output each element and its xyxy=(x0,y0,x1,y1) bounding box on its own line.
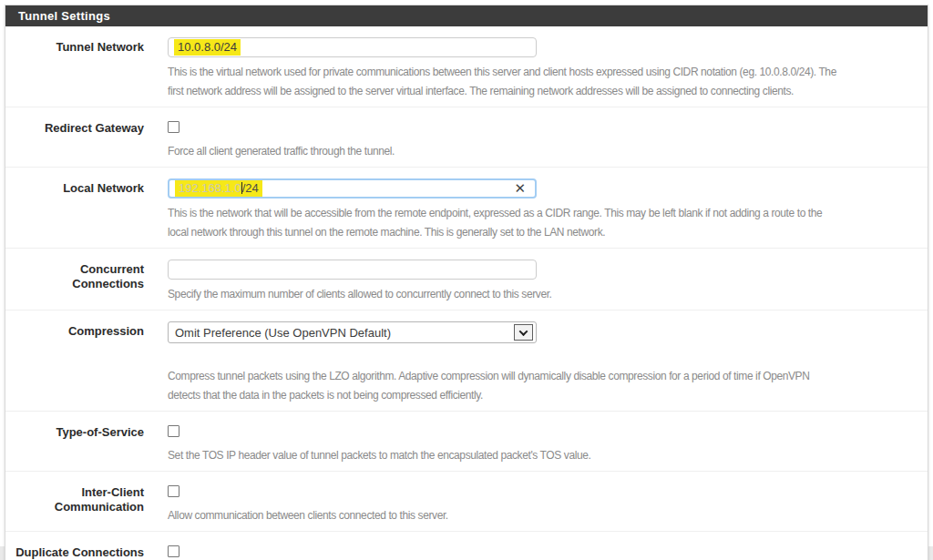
concurrent-connections-label: Concurrent Connections xyxy=(9,260,144,304)
redirect-gateway-help: Force all client generated traffic throu… xyxy=(168,142,918,161)
tunnel-settings-panel: Tunnel Settings Tunnel Network 10.0.8.0/… xyxy=(5,5,928,560)
inter-client-communication-help: Allow communication between clients conn… xyxy=(168,506,918,525)
clear-input-icon[interactable]: ✕ xyxy=(514,181,526,195)
compression-label: Compression xyxy=(9,321,144,405)
chevron-down-icon xyxy=(519,327,528,336)
tunnel-network-value: 10.0.8.0/24 xyxy=(174,39,241,56)
row-tunnel-network: Tunnel Network 10.0.8.0/24 This is the v… xyxy=(5,26,928,107)
local-network-value-muted: 192.168.1.0 xyxy=(179,181,241,195)
compression-select[interactable]: Omit Preference (Use OpenVPN Default) xyxy=(168,321,537,343)
row-redirect-gateway: Redirect Gateway Force all client genera… xyxy=(5,107,928,168)
select-arrow-button[interactable] xyxy=(514,324,533,341)
local-network-help: This is the network that will be accessi… xyxy=(168,204,918,242)
duplicate-connections-label: Duplicate Connections xyxy=(9,543,144,560)
panel-title: Tunnel Settings xyxy=(5,5,928,26)
compression-selected-value: Omit Preference (Use OpenVPN Default) xyxy=(175,326,391,340)
row-compression: Compression Omit Preference (Use OpenVPN… xyxy=(5,311,928,412)
compression-help: Compress tunnel packets using the LZO al… xyxy=(168,367,918,405)
concurrent-connections-help: Specify the maximum number of clients al… xyxy=(168,285,918,304)
row-inter-client-communication: Inter-Client Communication Allow communi… xyxy=(5,472,928,532)
inter-client-communication-label: Inter-Client Communication xyxy=(9,483,144,525)
local-network-value-suffix: /24 xyxy=(242,181,259,195)
row-duplicate-connections: Duplicate Connections Allow multiple con… xyxy=(5,532,928,560)
redirect-gateway-checkbox[interactable] xyxy=(168,121,179,133)
tunnel-network-label: Tunnel Network xyxy=(9,37,144,101)
tunnel-network-help: This is the virtual network used for pri… xyxy=(168,63,918,101)
duplicate-connections-checkbox[interactable] xyxy=(168,545,179,557)
redirect-gateway-label: Redirect Gateway xyxy=(9,118,144,161)
tunnel-network-input[interactable]: 10.0.8.0/24 xyxy=(168,37,537,57)
local-network-label: Local Network xyxy=(9,178,144,242)
local-network-input[interactable]: 192.168.1.0/24 ✕ xyxy=(168,178,537,199)
row-concurrent-connections: Concurrent Connections Specify the maxim… xyxy=(5,249,928,311)
inter-client-communication-checkbox[interactable] xyxy=(168,485,179,497)
row-type-of-service: Type-of-Service Set the TOS IP header va… xyxy=(5,412,928,472)
concurrent-connections-input[interactable] xyxy=(168,260,537,280)
type-of-service-help: Set the TOS IP header value of tunnel pa… xyxy=(168,446,918,465)
row-local-network: Local Network 192.168.1.0/24 ✕ This is t… xyxy=(5,168,928,249)
type-of-service-checkbox[interactable] xyxy=(168,425,179,437)
type-of-service-label: Type-of-Service xyxy=(9,423,144,465)
